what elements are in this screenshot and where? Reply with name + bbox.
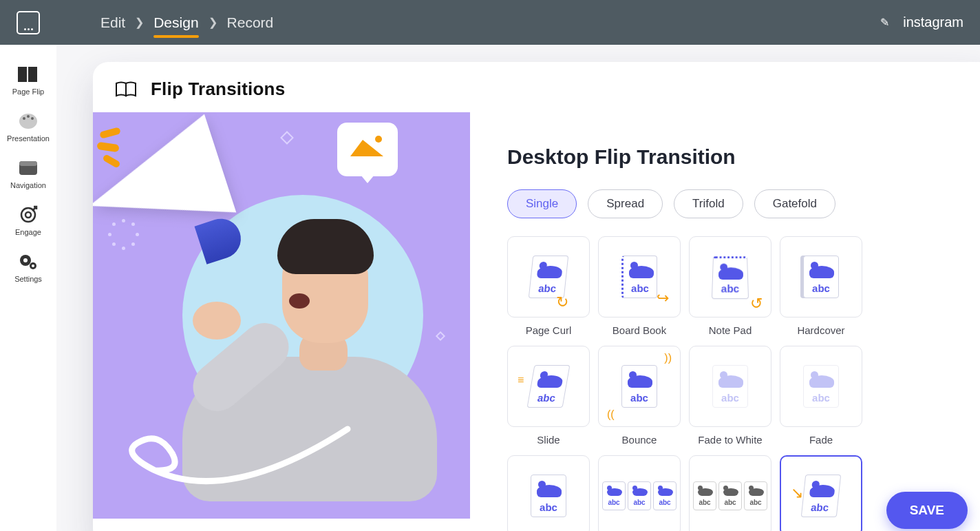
breadcrumb: Edit ❯ Design ❯ Record — [100, 14, 273, 31]
sidebar-item-engage[interactable]: Engage — [15, 205, 41, 236]
transition-grid: abc↻ Page Curl abc↪ Board Book abc↺ Note… — [507, 236, 966, 531]
svg-point-7 — [25, 212, 31, 218]
hero-illustration — [93, 112, 470, 519]
transition-tile-12[interactable]: ↘abc — [780, 455, 862, 531]
sidebar-item-label: Page Flip — [12, 87, 44, 96]
sidebar-item-pageflip[interactable]: Page Flip — [12, 64, 44, 96]
window-icon — [17, 158, 40, 178]
tab-trifold[interactable]: Trifold — [674, 189, 743, 218]
transition-tile-10[interactable]: abcabcabc — [598, 455, 681, 531]
chevron-right-icon: ❯ — [209, 16, 217, 29]
transition-tile-fade[interactable]: abc Fade — [780, 346, 862, 446]
transition-tile-9[interactable]: abc — [507, 455, 590, 531]
swirl-decoration-icon — [107, 422, 354, 505]
transition-tile-fade-to-white[interactable]: abc Fade to White — [689, 346, 771, 446]
sidebar-item-label: Engage — [15, 228, 41, 236]
chevron-right-icon: ❯ — [135, 16, 144, 29]
svg-point-11 — [32, 264, 34, 267]
section-title: Desktop Flip Transition — [507, 145, 966, 169]
transition-tile-slide[interactable]: ≡abc Slide — [507, 346, 590, 446]
left-sidebar: Page Flip Presentation Navigation Engage… — [0, 45, 56, 531]
gear-icon — [17, 251, 40, 272]
edit-pencil-icon[interactable]: ✎ — [880, 16, 889, 29]
transition-tile-11[interactable]: abcabcabc — [689, 455, 771, 531]
tab-gatefold[interactable]: Gatefold — [754, 189, 835, 218]
book-open-icon — [17, 64, 40, 85]
sidebar-item-presentation[interactable]: Presentation — [7, 111, 50, 143]
crumb-design[interactable]: Design — [153, 14, 198, 31]
crumb-edit[interactable]: Edit — [100, 14, 125, 31]
app-logo-icon[interactable] — [17, 11, 40, 34]
sidebar-item-label: Navigation — [10, 181, 46, 189]
panel-header: Flip Transitions — [93, 62, 980, 112]
book-outline-icon — [115, 81, 137, 98]
image-bubble-icon — [337, 123, 398, 176]
palette-icon — [17, 111, 40, 132]
tab-spread[interactable]: Spread — [588, 189, 663, 218]
panel-title: Flip Transitions — [151, 79, 285, 100]
transition-tile-note-pad[interactable]: abc↺ Note Pad — [689, 236, 771, 336]
sidebar-item-navigation[interactable]: Navigation — [10, 158, 46, 189]
panel-card: Flip Transitions — [93, 62, 980, 531]
transition-tile-hardcover[interactable]: abc Hardcover — [780, 236, 862, 336]
sidebar-item-label: Settings — [14, 275, 42, 283]
sidebar-item-label: Presentation — [7, 134, 50, 143]
top-bar: Edit ❯ Design ❯ Record ✎ instagram — [0, 0, 980, 45]
svg-point-1 — [23, 117, 25, 120]
crumb-record[interactable]: Record — [227, 14, 274, 31]
transition-config: Desktop Flip Transition Single Spread Tr… — [470, 112, 980, 531]
save-button[interactable]: SAVE — [886, 492, 968, 529]
project-name[interactable]: instagram — [903, 14, 963, 30]
svg-point-3 — [31, 117, 34, 120]
tab-single[interactable]: Single — [507, 189, 577, 218]
transition-tile-page-curl[interactable]: abc↻ Page Curl — [507, 236, 590, 336]
target-arrow-icon — [17, 205, 40, 225]
svg-rect-5 — [19, 161, 37, 166]
svg-point-9 — [23, 258, 28, 262]
transition-tile-board-book[interactable]: abc↪ Board Book — [598, 236, 681, 336]
transition-tile-bounce[interactable]: ))abc(( Bounce — [598, 346, 681, 446]
sidebar-item-settings[interactable]: Settings — [14, 251, 42, 283]
layout-tabs: Single Spread Trifold Gatefold — [507, 189, 966, 218]
svg-point-2 — [27, 115, 30, 118]
